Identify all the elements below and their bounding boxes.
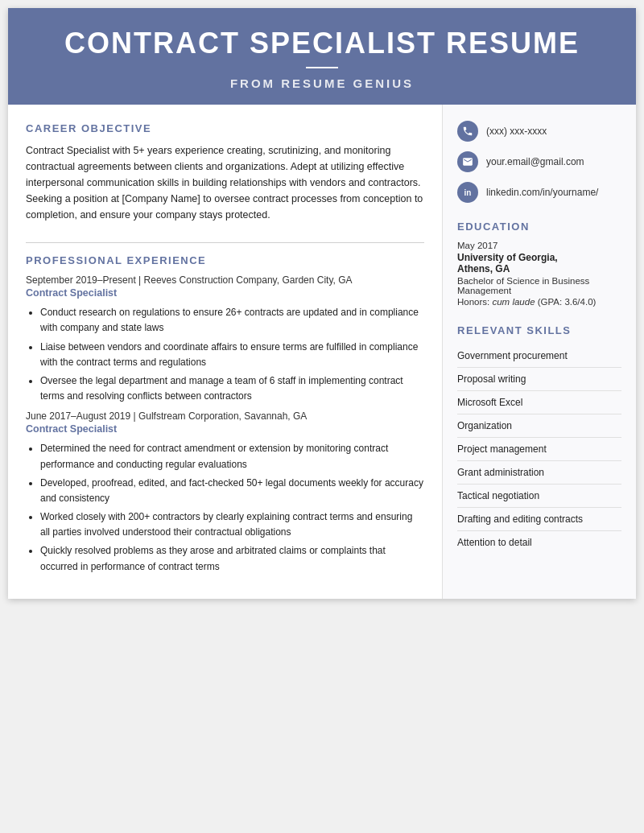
edu-honors: Honors: cum laude (GPA: 3.6/4.0) bbox=[457, 297, 621, 307]
list-item: Conduct research on regulations to ensur… bbox=[40, 305, 424, 336]
edu-date: May 2017 bbox=[457, 241, 621, 250]
job-2-title: Contract Specialist bbox=[26, 423, 424, 435]
resume-document: CONTRACT SPECIALIST RESUME FROM RESUME G… bbox=[8, 8, 636, 599]
job-1-title: Contract Specialist bbox=[26, 287, 424, 299]
skill-item: Microsoft Excel bbox=[457, 391, 621, 414]
header-divider bbox=[306, 67, 338, 68]
list-item: Worked closely with 200+ contractors by … bbox=[40, 509, 424, 540]
education-title: EDUCATION bbox=[457, 221, 621, 233]
edu-degree: Bachelor of Science in Business Manageme… bbox=[457, 276, 621, 295]
email-icon bbox=[457, 151, 478, 172]
email-text: your.email@gmail.com bbox=[486, 156, 584, 167]
professional-experience-section: PROFESSIONAL EXPERIENCE September 2019–P… bbox=[26, 254, 424, 575]
skills-section: RELEVANT SKILLS Government procurement P… bbox=[457, 324, 621, 554]
resume-subtitle: FROM RESUME GENIUS bbox=[24, 76, 620, 90]
content-row: CAREER OBJECTIVE Contract Specialist wit… bbox=[8, 105, 636, 599]
phone-icon bbox=[457, 121, 478, 142]
resume-title: CONTRACT SPECIALIST RESUME bbox=[24, 26, 620, 60]
skill-item: Proposal writing bbox=[457, 368, 621, 391]
phone-text: (xxx) xxx-xxxx bbox=[486, 126, 547, 137]
contact-phone: (xxx) xxx-xxxx bbox=[457, 121, 621, 142]
skill-item: Drafting and editing contracts bbox=[457, 508, 621, 531]
job-block-2: June 2017–August 2019 | Gulfstream Corpo… bbox=[26, 410, 424, 575]
list-item: Quickly resolved problems as they arose … bbox=[40, 543, 424, 574]
job-1-header: September 2019–Present | Reeves Construc… bbox=[26, 274, 424, 286]
professional-experience-title: PROFESSIONAL EXPERIENCE bbox=[26, 254, 424, 266]
skill-item: Tactical negotiation bbox=[457, 485, 621, 508]
section-divider-1 bbox=[26, 242, 424, 243]
job-block-1: September 2019–Present | Reeves Construc… bbox=[26, 274, 424, 404]
contact-email: your.email@gmail.com bbox=[457, 151, 621, 172]
list-item: Developed, proofread, edited, and fact-c… bbox=[40, 476, 424, 506]
right-column: (xxx) xxx-xxxx your.email@gmail.com in l… bbox=[443, 105, 636, 599]
career-objective-text: Contract Specialist with 5+ years experi… bbox=[26, 142, 424, 223]
skill-item: Attention to detail bbox=[457, 531, 621, 554]
skill-item: Organization bbox=[457, 414, 621, 438]
skills-title: RELEVANT SKILLS bbox=[457, 324, 621, 336]
list-item: Liaise between vendors and coordinate af… bbox=[40, 340, 424, 370]
left-column: CAREER OBJECTIVE Contract Specialist wit… bbox=[8, 105, 443, 599]
education-section: EDUCATION May 2017 University of Georgia… bbox=[457, 221, 621, 307]
linkedin-icon: in bbox=[457, 182, 478, 203]
career-objective-title: CAREER OBJECTIVE bbox=[26, 122, 424, 134]
contact-linkedin: in linkedin.com/in/yourname/ bbox=[457, 182, 621, 203]
skill-item: Government procurement bbox=[457, 344, 621, 368]
list-item: Oversee the legal department and manage … bbox=[40, 373, 424, 404]
edu-school: University of Georgia,Athens, GA bbox=[457, 252, 621, 274]
resume-header: CONTRACT SPECIALIST RESUME FROM RESUME G… bbox=[8, 8, 636, 105]
career-objective-section: CAREER OBJECTIVE Contract Specialist wit… bbox=[26, 122, 424, 223]
skill-item: Grant administration bbox=[457, 461, 621, 485]
job-2-bullets: Determined the need for contract amendme… bbox=[26, 441, 424, 575]
job-1-bullets: Conduct research on regulations to ensur… bbox=[26, 305, 424, 404]
contact-section: (xxx) xxx-xxxx your.email@gmail.com in l… bbox=[457, 121, 621, 203]
skill-item: Project management bbox=[457, 438, 621, 461]
linkedin-text: linkedin.com/in/yourname/ bbox=[486, 187, 598, 198]
list-item: Determined the need for contract amendme… bbox=[40, 441, 424, 472]
job-2-header: June 2017–August 2019 | Gulfstream Corpo… bbox=[26, 410, 424, 422]
